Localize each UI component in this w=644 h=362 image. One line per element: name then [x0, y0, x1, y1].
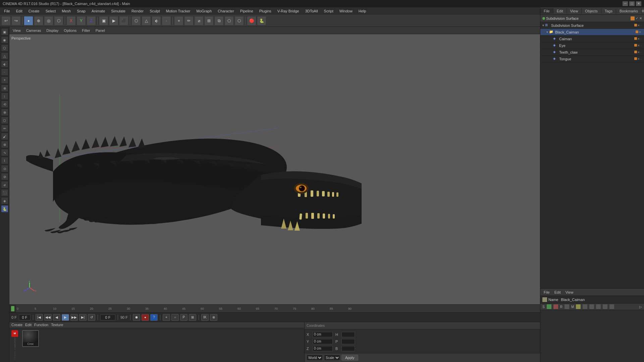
cinema4d-icon[interactable]: 🔴: [247, 16, 256, 25]
viewport-menu-view[interactable]: View: [11, 28, 22, 33]
mat-menu-edit[interactable]: Edit: [25, 323, 32, 327]
subdiv-x-icon[interactable]: ✕: [639, 16, 642, 20]
menu-edit[interactable]: Edit: [13, 8, 25, 14]
undo-btn[interactable]: ↩: [1, 16, 11, 25]
timeline-track[interactable]: 0 5 10 15 20 25 30 35 40 45 50 55 60 65 …: [16, 305, 624, 312]
redo-btn[interactable]: ↪: [11, 16, 21, 25]
tab-objects[interactable]: Objects: [582, 8, 601, 14]
left-tool-12[interactable]: ⬡: [1, 117, 8, 124]
minimize-btn[interactable]: ─: [623, 1, 628, 6]
left-tool-deform[interactable]: ⊘: [1, 173, 8, 180]
frame-start-input[interactable]: [19, 314, 31, 320]
menu-mesh[interactable]: Mesh: [59, 8, 73, 14]
maximize-btn[interactable]: □: [629, 1, 635, 6]
obj-icon-1[interactable]: ⊞: [642, 9, 644, 13]
tab-bookmarks[interactable]: Bookmarks: [616, 8, 642, 14]
tab-edit[interactable]: Edit: [553, 8, 567, 14]
close-btn[interactable]: ✕: [636, 1, 641, 6]
timeline-playhead[interactable]: [11, 306, 14, 311]
left-tool-4[interactable]: △: [1, 52, 8, 60]
key-remove-btn[interactable]: ○: [171, 314, 179, 321]
axis-y[interactable]: Y: [76, 16, 86, 25]
go-to-start-btn[interactable]: |◀: [36, 314, 43, 321]
x-pos-input[interactable]: [313, 332, 333, 337]
question-btn[interactable]: ?: [150, 314, 158, 321]
left-tool-6[interactable]: ·: [1, 68, 8, 76]
current-frame-input[interactable]: [100, 314, 115, 320]
attr-icon-2[interactable]: [553, 304, 558, 309]
axis-x[interactable]: X: [66, 16, 76, 25]
attr-icon-1[interactable]: [547, 304, 551, 309]
scale-select[interactable]: Scale: [324, 355, 340, 361]
script-icon[interactable]: 🐍: [257, 16, 266, 25]
left-tool-smooth[interactable]: ⌀: [1, 181, 8, 188]
tree-item-caiman[interactable]: ◈ Caiman ✕ ·: [540, 36, 644, 42]
brush-tool[interactable]: ✏: [184, 16, 194, 25]
record-btn[interactable]: ⏺: [133, 314, 140, 321]
bridge-tool[interactable]: ⬡: [234, 16, 244, 25]
polygon-mode[interactable]: △: [142, 16, 151, 25]
viewport-menu-filter[interactable]: Filter: [80, 28, 91, 33]
attr-icon-4[interactable]: [576, 304, 581, 309]
left-tool-9[interactable]: ↕: [1, 93, 8, 100]
h-input[interactable]: [341, 332, 355, 337]
render-view[interactable]: ▣: [99, 16, 108, 25]
tree-item-teeth[interactable]: ◈ Teeth_claw ✕ ·: [540, 49, 644, 56]
tab-view[interactable]: View: [567, 8, 582, 14]
step-back-btn[interactable]: ◀◀: [44, 314, 52, 321]
left-tool-11[interactable]: ⊗: [1, 109, 8, 116]
attr-icon-5[interactable]: [583, 304, 587, 309]
rotate-tool[interactable]: ◎: [44, 16, 53, 25]
render-active[interactable]: ▶: [109, 16, 118, 25]
p-input[interactable]: [341, 339, 355, 344]
world-select[interactable]: World Local: [307, 355, 323, 361]
tree-item-eye[interactable]: ◈ Eye ✕ ·: [540, 42, 644, 49]
left-tool-5[interactable]: ⬖: [1, 60, 8, 68]
menu-create[interactable]: Create: [26, 8, 42, 14]
viewport-menu-options[interactable]: Options: [62, 28, 78, 33]
autokey-btn[interactable]: ●: [142, 314, 149, 321]
left-tool-3[interactable]: ⬡: [1, 44, 8, 52]
apply-button[interactable]: Apply: [341, 355, 358, 361]
left-tool-texture[interactable]: ⬛: [1, 189, 8, 196]
key-settings-btn[interactable]: P: [180, 314, 187, 321]
render-all[interactable]: ⬛: [119, 16, 128, 25]
left-tool-magnet[interactable]: ⊛: [1, 141, 8, 148]
menu-help[interactable]: Help: [356, 8, 369, 14]
tree-item-subdiv[interactable]: ▼ ⊞ Subdivision Surface ✕ ·: [540, 22, 644, 29]
axis-z[interactable]: Z: [87, 16, 96, 25]
extrude-tool[interactable]: ⧉: [214, 16, 224, 25]
attr-icon-9[interactable]: [609, 304, 614, 309]
left-tool-2[interactable]: ◉: [1, 36, 8, 44]
object-mode[interactable]: ⬡: [131, 16, 141, 25]
bevel-tool[interactable]: ⬠: [224, 16, 234, 25]
attr-tab-edit[interactable]: Edit: [553, 290, 562, 295]
viewport-menu-panel[interactable]: Panel: [94, 28, 106, 33]
point-mode[interactable]: ·: [162, 16, 171, 25]
tab-file[interactable]: File: [540, 8, 553, 14]
viewport-menu-cameras[interactable]: Cameras: [25, 28, 43, 33]
select-tool[interactable]: ⬡: [54, 16, 63, 25]
left-tool-1[interactable]: ▣: [1, 28, 8, 36]
menu-simulate[interactable]: Simulate: [108, 8, 128, 14]
attr-icon-6[interactable]: [589, 304, 594, 309]
left-tool-10[interactable]: ⟲: [1, 101, 8, 108]
attr-tab-file[interactable]: File: [542, 290, 551, 295]
tree-item-tongue[interactable]: ◈ Tongue ✕ ·: [540, 56, 644, 62]
extra-btn-2[interactable]: ⊗: [210, 314, 217, 321]
menu-mograph[interactable]: MoGraph: [194, 8, 214, 14]
viewport-menu-display[interactable]: Display: [45, 28, 60, 33]
tab-tags[interactable]: Tags: [601, 8, 616, 14]
left-tool-spline[interactable]: ⌇: [1, 157, 8, 164]
menu-motiontracker[interactable]: Motion Tracker: [163, 8, 193, 14]
loop-btn[interactable]: ↺: [88, 314, 95, 321]
attr-more-icon[interactable]: ▷: [639, 305, 642, 309]
menu-render[interactable]: Render: [129, 8, 146, 14]
menu-character[interactable]: Character: [215, 8, 236, 14]
menu-animate[interactable]: Animate: [89, 8, 108, 14]
menu-file[interactable]: File: [1, 8, 13, 14]
left-tool-7[interactable]: ⌖: [1, 76, 8, 84]
step-forward-btn[interactable]: ▶▶: [70, 314, 78, 321]
window-controls[interactable]: ─ □ ✕: [623, 1, 641, 6]
go-to-end-btn[interactable]: ▶|: [79, 314, 87, 321]
